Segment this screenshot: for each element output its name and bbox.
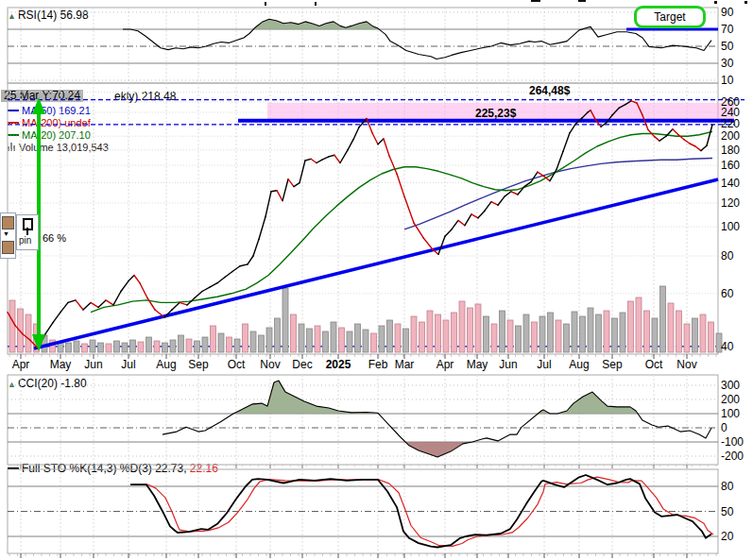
volume-bar [468, 308, 473, 352]
price-line-segment [282, 179, 288, 201]
line-swatch-icon [8, 467, 19, 469]
volume-bar [548, 313, 554, 352]
price-axis-label: 80 [721, 249, 734, 263]
price-line-segment [678, 135, 684, 140]
upper-target-label: 264,48$ [529, 84, 570, 97]
volume-bar [299, 324, 304, 352]
price-line-segment [140, 283, 147, 298]
arrow-down-icon [32, 334, 45, 351]
volume-bar [371, 333, 377, 352]
price-line-segment [595, 119, 601, 127]
volume-bar [154, 341, 160, 352]
price-line-segment [91, 302, 98, 307]
volume-bar [195, 341, 200, 352]
price-axis-label: 140 [721, 177, 740, 190]
price-line-segment [601, 123, 607, 127]
sto-axis-label: 20 [721, 530, 734, 543]
sto-axis-label: 80 [721, 480, 734, 493]
volume-bar [484, 316, 489, 352]
price-axis-label: 180 [721, 144, 740, 157]
price-line-segment [588, 110, 590, 112]
month-label: Sep [188, 358, 209, 371]
price-line-segment [575, 118, 582, 125]
price-axis-label: 200 [721, 129, 740, 143]
price-axis-label: 260 [721, 95, 740, 109]
volume-bar [282, 288, 288, 352]
volume-bar [243, 324, 248, 352]
price-line-segment [673, 129, 678, 135]
month-label: Jul [121, 358, 135, 371]
volume-bar [259, 335, 265, 352]
price-line-segment [359, 119, 367, 127]
price-line-segment [311, 159, 317, 162]
sto-d-value: 22.16 [190, 462, 218, 475]
price-line-segment [372, 133, 378, 144]
price-line-segment [619, 105, 625, 109]
stockchart-window: AprMayJunJulAugSepOctNovDec2025FebMarApr… [0, 0, 753, 560]
price-line-segment [612, 108, 619, 115]
volume-bar [676, 311, 682, 352]
price-line-segment [582, 112, 588, 118]
volume-bar [500, 311, 505, 352]
cci-panel-border [8, 375, 718, 465]
rsi-axis-label: 90 [721, 6, 734, 19]
volume-bar [580, 316, 586, 352]
volume-bar [138, 342, 144, 352]
price-line-segment [30, 340, 38, 348]
area-chart-icon: ▲ [8, 380, 16, 389]
volume-bar [507, 320, 513, 352]
volume-bar [58, 342, 63, 352]
month-label: Jun [84, 358, 102, 371]
price-line-segment [76, 300, 83, 310]
price-line-segment [570, 125, 575, 133]
volume-bar [163, 343, 168, 352]
price-line-segment [478, 211, 485, 218]
price-line-segment [367, 119, 372, 133]
volume-bar [234, 339, 240, 352]
rsi-panel-border [8, 8, 718, 83]
price-line-segment [631, 101, 637, 103]
volume-bar [516, 326, 522, 352]
pin-tool-label: pin [19, 235, 31, 246]
price-line-segment [684, 140, 690, 144]
sto-legend-label: Full STO %K(14,3) %D(3) 22.73, [22, 462, 187, 475]
month-label: Oct [228, 358, 246, 371]
volume-bar [436, 314, 441, 352]
price-line-segment [452, 220, 458, 229]
price-line-segment [384, 139, 389, 156]
indicator-fill [582, 26, 592, 29]
clipped-title-fragment [744, 1, 747, 4]
color-swatch-dropdown[interactable]: ▼ [0, 212, 16, 259]
rsi-legend-label: RSI(14) 56.98 [18, 8, 89, 22]
price-line-segment [23, 334, 30, 341]
clipped-title-fragment [714, 1, 717, 4]
volume-bar [475, 304, 481, 352]
volume-bar [179, 335, 184, 352]
price-line-segment [240, 264, 248, 266]
month-label: Aug [569, 358, 589, 371]
month-label: Nov [260, 358, 280, 371]
volume-bar [572, 312, 577, 352]
price-line-segment [322, 157, 329, 160]
cci-axis-label: -100 [721, 435, 744, 449]
price-line-segment [518, 187, 524, 195]
price-line-segment [53, 313, 60, 323]
pin-tool-button[interactable]: pin [16, 214, 39, 250]
price-line-segment [317, 160, 322, 162]
volume-bar [106, 344, 111, 352]
price-line-segment [334, 155, 340, 162]
chevron-down-icon: ▼ [3, 230, 9, 237]
price-line-segment [498, 196, 505, 205]
chart-canvas: AprMayJunJulAugSepOctNovDec2025FebMarApr… [0, 0, 753, 560]
month-label: Nov [676, 358, 696, 371]
area-chart-icon: ▲ [8, 11, 16, 21]
price-line-segment [445, 229, 452, 236]
clipped-title-fragment [578, 0, 586, 2]
price-line-segment [277, 191, 282, 201]
volume-bar [644, 311, 650, 352]
price-axis-label: 100 [721, 220, 740, 233]
volume-bar [620, 313, 625, 352]
volume-bar [636, 297, 642, 352]
month-label: Jul [537, 358, 551, 371]
target-button[interactable]: Target [634, 6, 706, 28]
